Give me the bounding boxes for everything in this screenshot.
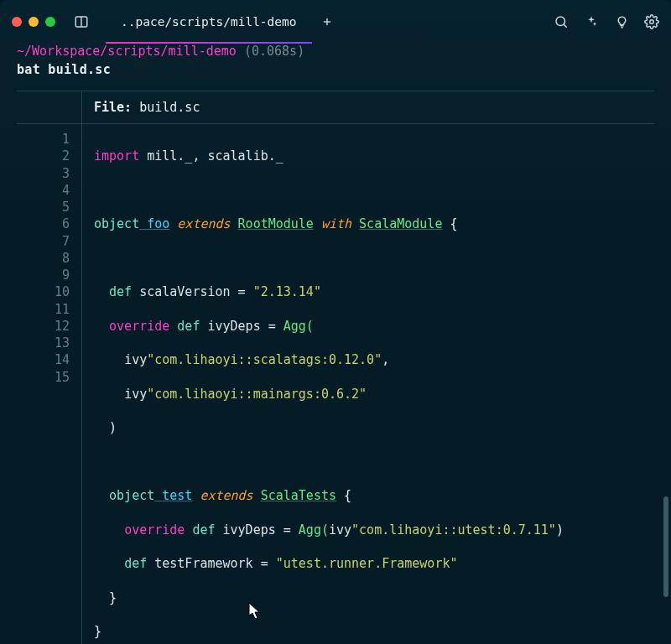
split-pane-icon[interactable] bbox=[74, 14, 89, 29]
tab-title: ..pace/scripts/mill-demo bbox=[121, 15, 297, 29]
tab-mill-demo[interactable]: ..pace/scripts/mill-demo bbox=[106, 0, 312, 44]
terminal-window: ..pace/scripts/mill-demo ~/Workspace/scr… bbox=[0, 0, 671, 644]
minimize-window-button[interactable] bbox=[29, 17, 39, 27]
prompt-timing: (0.068s) bbox=[244, 44, 304, 59]
lightbulb-icon[interactable] bbox=[614, 14, 629, 29]
svg-point-4 bbox=[556, 17, 565, 26]
prompt-path: ~/Workspace/scripts/mill-demo bbox=[17, 44, 237, 59]
titlebar-actions bbox=[554, 14, 659, 29]
prompt-line-1: ~/Workspace/scripts/mill-demo (0.068s) bbox=[17, 44, 654, 59]
line-number-gutter: 123456789101112131415 bbox=[17, 124, 82, 644]
bat-output: 123456789101112131415 import mill._, sca… bbox=[17, 124, 654, 644]
command-line-1: bat build.sc bbox=[17, 62, 654, 77]
terminal-body[interactable]: ~/Workspace/scripts/mill-demo (0.068s) b… bbox=[0, 44, 671, 644]
code-content: import mill._, scalalib._ object foo ext… bbox=[82, 124, 567, 644]
window-controls bbox=[12, 17, 55, 27]
close-window-button[interactable] bbox=[12, 17, 22, 27]
tab-strip: ..pace/scripts/mill-demo bbox=[106, 0, 547, 44]
titlebar: ..pace/scripts/mill-demo bbox=[0, 0, 671, 44]
svg-point-6 bbox=[650, 20, 654, 24]
new-tab-button[interactable] bbox=[312, 0, 342, 44]
sparkle-icon[interactable] bbox=[584, 14, 599, 29]
fullscreen-window-button[interactable] bbox=[45, 17, 55, 27]
svg-line-5 bbox=[564, 24, 566, 27]
file-header-label: File: build.sc bbox=[82, 91, 200, 123]
gutter-header bbox=[17, 91, 82, 123]
bat-file-header: File: build.sc bbox=[17, 91, 654, 124]
scrollbar-thumb[interactable] bbox=[663, 496, 668, 597]
gear-icon[interactable] bbox=[644, 14, 659, 29]
search-icon[interactable] bbox=[554, 14, 569, 29]
